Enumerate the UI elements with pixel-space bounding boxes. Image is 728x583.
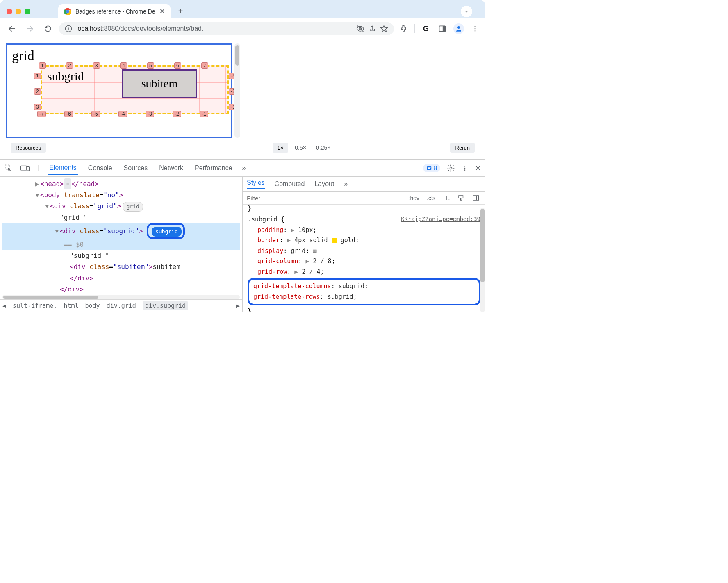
dom-node[interactable]: ▼<body translate="no"> [2,189,240,200]
issues-badge[interactable]: 8 [423,164,440,172]
subgrid-badge[interactable]: subgrid [152,227,182,237]
hov-toggle[interactable]: :hov [407,194,421,202]
tabs-overflow-button[interactable] [461,6,472,17]
close-tab-icon[interactable]: ✕ [159,7,165,15]
css-rule[interactable]: .subgrid { KKrajpZ?ani…pe=embed:39 paddi… [243,212,485,312]
new-tab-button[interactable]: + [175,5,187,18]
grid-container: grid 1 2 3 4 5 6 7 1 2 3 -3 -2 -1 -7 [6,43,232,138]
dom-node[interactable]: ▶<head>⋯</head> [2,178,240,189]
url-text: localhost:8080/docs/devtools/elements/ba… [76,25,352,32]
browser-toolbar: localhost:8080/docs/devtools/elements/ba… [0,18,485,39]
grid-line-num: -4 [118,111,127,117]
styles-panel: Styles Computed Layout » :hov .cls } [243,177,485,312]
styles-scrollbar[interactable] [480,208,485,312]
tab-layout[interactable]: Layout [314,180,334,188]
grid-line-num: 1 [39,62,46,69]
kebab-menu-icon[interactable] [462,165,468,171]
grid-editor-icon[interactable]: ▦ [313,246,316,257]
more-tabs-icon[interactable]: » [242,164,246,172]
dom-node-selected[interactable]: ▼<div class="subgrid"> subgrid [2,223,240,239]
grid-line-num: -1 [200,111,208,117]
tab-elements[interactable]: Elements [48,162,78,175]
share-icon[interactable] [369,25,376,32]
menu-dots-icon[interactable] [470,23,480,34]
grid-line-num: 7 [201,62,208,69]
profile-avatar[interactable] [453,23,464,34]
grid-badge[interactable]: grid [123,202,143,212]
color-swatch[interactable] [332,238,337,243]
dom-tree[interactable]: ▶<head>⋯</head> ▼<body translate="no"> ▼… [0,177,242,296]
google-icon[interactable]: G [421,23,431,34]
devtools-body: ▶<head>⋯</head> ▼<body translate="no"> ▼… [0,177,485,312]
close-devtools-icon[interactable] [475,165,481,171]
paintbrush-icon[interactable] [456,194,466,203]
scrollbar-thumb[interactable] [480,209,485,282]
svg-point-11 [475,30,476,32]
tab-sources[interactable]: Sources [122,162,150,174]
tab-styles[interactable]: Styles [247,179,265,189]
zoom-05x-button[interactable]: 0.5× [291,143,309,153]
svg-rect-7 [443,26,446,31]
dom-node[interactable]: <div class="subitem">subitem [2,261,240,272]
viewport-scrollbar[interactable] [234,43,240,138]
sidepanel-icon[interactable] [437,23,448,34]
dom-node[interactable]: </div> [2,273,240,284]
grid-line-num: -2 [173,111,181,117]
url-bar[interactable]: localhost:8080/docs/devtools/elements/ba… [59,22,394,35]
dom-node[interactable]: </div> [2,284,240,295]
page-viewport: grid 1 2 3 4 5 6 7 1 2 3 -3 -2 -1 -7 [0,39,485,159]
minimize-window-button[interactable] [16,9,21,14]
grid-line-num: 6 [174,62,181,69]
more-tabs-icon[interactable]: » [344,180,348,188]
breadcrumb-item[interactable]: sult-iframe. [13,302,57,310]
toolbar-icons: G [398,23,480,34]
inspect-icon[interactable] [4,164,12,172]
svg-point-18 [464,168,466,169]
subitem-label: subitem [141,77,178,90]
tab-performance[interactable]: Performance [193,162,234,174]
tab-console[interactable]: Console [86,162,114,174]
grid-line-num: 4 [120,62,127,69]
breadcrumb-next-icon[interactable]: ▶ [236,302,240,310]
styles-filter-input[interactable] [247,195,403,202]
device-toggle-icon[interactable] [20,164,30,172]
tab-network[interactable]: Network [157,162,185,174]
zoom-025x-button[interactable]: 0.25× [313,143,334,153]
grid-line-num: 2 [66,62,73,69]
forward-button[interactable] [23,22,37,36]
scrollbar-thumb[interactable] [3,296,98,299]
computed-panel-icon[interactable] [471,194,481,203]
breadcrumb-item[interactable]: div.subgrid [143,301,188,310]
breadcrumb-item[interactable]: div.grid [107,302,136,310]
resources-button[interactable]: Resources [11,143,46,153]
grid-label: grid [12,48,226,64]
rerun-button[interactable]: Rerun [450,143,475,153]
svg-point-9 [475,26,476,27]
dom-node[interactable]: ▼<div class="grid">grid [2,200,240,212]
svg-point-10 [475,28,476,30]
maximize-window-button[interactable] [25,9,30,14]
breadcrumb-item[interactable]: html [64,302,78,310]
dom-text-node[interactable]: "subgrid " [2,250,240,261]
breadcrumb-item[interactable]: body [85,302,100,310]
eye-off-icon[interactable] [356,25,364,33]
extensions-icon[interactable] [398,23,409,34]
breadcrumb-prev-icon[interactable]: ◀ [2,302,6,310]
dom-text-node[interactable]: "grid " [2,212,240,223]
back-button[interactable] [5,22,19,36]
ellipsis-icon[interactable]: ⋯ [64,178,71,189]
tab-computed[interactable]: Computed [275,180,305,188]
settings-gear-icon[interactable] [447,164,455,172]
scrollbar-thumb[interactable] [235,45,239,66]
bookmark-star-icon[interactable] [380,25,388,33]
css-selector[interactable]: .subgrid [248,216,277,223]
grid-line-num: -3 [146,111,154,117]
site-info-icon[interactable] [65,25,72,32]
cls-toggle[interactable]: .cls [425,194,437,202]
close-window-button[interactable] [7,9,12,14]
zoom-1x-button[interactable]: 1× [273,143,289,153]
browser-tab[interactable]: Badges reference - Chrome De ✕ [58,4,171,18]
css-source-link[interactable]: KKrajpZ?ani…pe=embed:39 [401,214,480,224]
new-rule-icon[interactable] [441,194,452,203]
reload-button[interactable] [41,22,55,36]
